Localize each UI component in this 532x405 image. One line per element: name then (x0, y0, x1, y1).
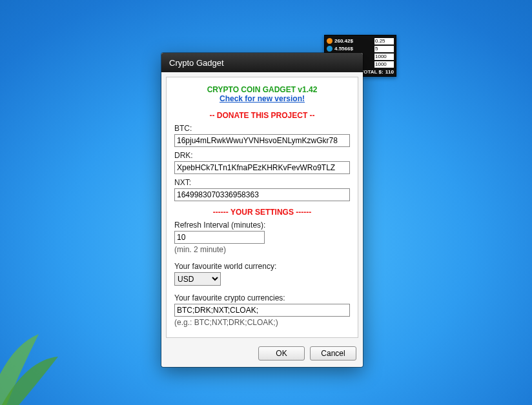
check-version-link[interactable]: Check for new version! (220, 94, 305, 103)
wallpaper-leaf-decoration (0, 295, 97, 405)
btc-label: BTC: (174, 124, 350, 133)
refresh-hint: (min. 2 minute) (174, 245, 350, 254)
cancel-button[interactable]: Cancel (310, 346, 356, 361)
nxt-label: NXT: (174, 178, 350, 187)
cryptos-hint: (e.g.: BTC;NXT;DRK;CLOAK;) (174, 318, 350, 327)
qty-input[interactable] (374, 61, 394, 68)
nxt-address-input[interactable] (174, 188, 350, 201)
settings-dialog: Crypto Gadget CRYPTO COIN GADGET v1.42 C… (161, 53, 363, 367)
price-value: 260.42$ (334, 38, 374, 44)
dialog-title: Crypto Gadget (169, 58, 224, 68)
ok-button[interactable]: OK (258, 346, 305, 361)
cryptos-label: Your favourite crypto currencies: (174, 293, 350, 302)
qty-input[interactable] (374, 38, 394, 44)
refresh-label: Refresh Interval (minutes): (174, 221, 350, 230)
total-label: TOTAL $: (361, 69, 384, 75)
gadget-row: 260.42$ (327, 37, 394, 44)
dialog-button-row: OK Cancel (161, 342, 363, 367)
settings-heading: ------ YOUR SETTINGS ------ (174, 208, 350, 217)
dialog-body: CRYPTO COIN GADGET v1.42 Check for new v… (166, 77, 358, 338)
total-value: 110 (385, 69, 394, 75)
btc-icon (327, 38, 332, 44)
btc-address-input[interactable] (174, 134, 350, 147)
cryptos-input[interactable] (174, 304, 350, 317)
dialog-titlebar[interactable]: Crypto Gadget (161, 53, 363, 72)
refresh-interval-input[interactable] (174, 231, 265, 244)
currency-label: Your favourite world currency: (174, 262, 350, 271)
drk-label: DRK: (174, 151, 350, 160)
currency-select[interactable]: USD (174, 272, 221, 286)
drk-icon (327, 46, 332, 52)
app-title: CRYPTO COIN GADGET v1.42 (174, 85, 350, 94)
donate-heading: -- DONATE THIS PROJECT -- (174, 111, 350, 120)
drk-address-input[interactable] (174, 161, 350, 174)
price-value: 4.5566$ (334, 46, 374, 52)
gadget-row: 4.5566$ (327, 45, 394, 52)
qty-input[interactable] (374, 54, 394, 60)
qty-input[interactable] (374, 46, 394, 52)
